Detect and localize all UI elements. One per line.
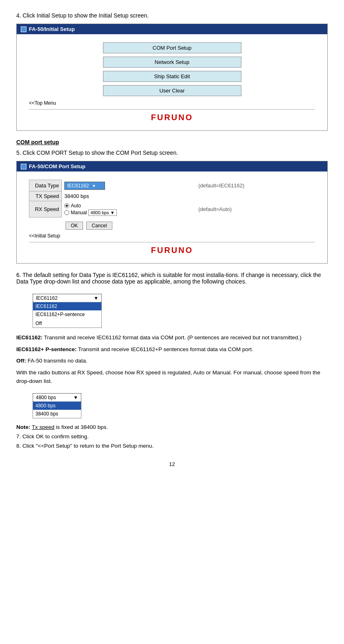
speed-dd-header: 4800 bps ▼	[33, 393, 81, 402]
iec61162-bold: IEC61162:	[16, 334, 43, 341]
user-clear-button[interactable]: User Clear	[103, 85, 241, 96]
iec61162p-text: Transmit and receive IEC61162+P sentence…	[78, 346, 253, 352]
rx-auto-option[interactable]: Auto	[64, 203, 193, 209]
step4-text: 4. Click Initial Setup to show the Initi…	[16, 12, 328, 19]
rx-speed-default: (default=Auto)	[196, 201, 315, 218]
com-port-setup-window: FA-50/COM Port Setup Data Type IEC61162 …	[16, 161, 328, 264]
data-type-label: Data Type	[29, 180, 62, 191]
network-setup-button[interactable]: Network Setup	[103, 57, 241, 68]
step5-text: 5. Click COM PORT Setup to show the COM …	[16, 149, 328, 156]
com-port-titlebar: FA-50/COM Port Setup	[17, 161, 327, 171]
data-type-value[interactable]: IEC61162 ▼	[62, 180, 196, 191]
dd-header: IEC61162 ▼	[33, 294, 101, 302]
ok-cancel-row: OK Cancel	[66, 222, 315, 230]
ok-button[interactable]: OK	[66, 222, 83, 230]
com-port-titlebar-icon	[21, 164, 26, 169]
initial-setup-title: FA-50/Initial Setup	[29, 26, 75, 32]
rx-auto-label: Auto	[71, 203, 81, 209]
speed-dropdown: 4800 bps ▼ 4800 bps 38400 bps	[33, 393, 81, 418]
iec61162-text: Transmit and receive IEC61162 format dat…	[44, 334, 302, 341]
tx-speed-value: 38400 bps	[62, 191, 196, 201]
data-type-row: Data Type IEC61162 ▼ (default=IEC61162)	[29, 180, 315, 191]
titlebar-icon	[21, 26, 26, 32]
ship-static-edit-button[interactable]: Ship Static Edit	[103, 71, 241, 82]
data-type-arrow: ▼	[92, 184, 96, 188]
speed-dd-arrow: ▼	[73, 395, 78, 400]
page-number: 12	[16, 461, 328, 467]
cancel-button[interactable]: Cancel	[86, 222, 112, 230]
furuno-logo-com-port: FURUNO	[29, 242, 315, 255]
rx-speed-description: With the radio buttons at RX Speed, choo…	[16, 369, 328, 386]
com-port-title: FA-50/COM Port Setup	[29, 163, 85, 169]
initial-setup-body: COM Port Setup Network Setup Ship Static…	[17, 34, 327, 130]
rx-speed-arrow: ▼	[110, 210, 115, 215]
tx-speed-underline: Tx speed	[32, 424, 55, 430]
dd-header-arrow: ▼	[94, 295, 99, 301]
furuno-logo-initial: FURUNO	[29, 109, 315, 122]
note-bold: Note:	[16, 424, 31, 430]
initial-setup-window: FA-50/Initial Setup COM Port Setup Netwo…	[16, 24, 328, 131]
rx-manual-speed-select[interactable]: 4800 bps ▼	[88, 209, 116, 216]
step7-text: 7. Click OK to confirm setting.	[16, 433, 328, 440]
rx-speed-radio-group: Auto Manual 4800 bps ▼	[64, 203, 193, 216]
data-type-default: (default=IEC61162)	[196, 180, 315, 191]
iec61162p-description: IEC61162+ P-sentence: Transmit and recei…	[16, 345, 328, 354]
initial-setup-titlebar: FA-50/Initial Setup	[17, 24, 327, 34]
note-rest: is fixed at 38400 bps.	[56, 424, 108, 430]
data-type-select[interactable]: IEC61162 ▼	[64, 182, 105, 190]
speed-dd-option-4800[interactable]: 4800 bps	[33, 402, 81, 410]
rx-speed-options: Auto Manual 4800 bps ▼	[62, 201, 196, 218]
com-port-section-heading: COM port setup	[16, 139, 328, 145]
top-menu-link[interactable]: <<Top Menu	[29, 100, 315, 106]
rx-manual-label: Manual	[71, 210, 87, 215]
rx-speed-row: RX Speed Auto Manual 4800 bps ▼	[29, 201, 315, 218]
data-type-dropdown: IEC61162 ▼ IEC61162 IEC61162+P-sentence …	[33, 294, 102, 328]
tx-speed-row: TX Speed 38400 bps	[29, 191, 315, 201]
iec61162-description: IEC61162: Transmit and receive IEC61162 …	[16, 334, 328, 342]
iec61162p-bold: IEC61162+ P-sentence:	[16, 346, 77, 352]
dd-option-iec61162[interactable]: IEC61162	[33, 302, 101, 310]
dd-option-off[interactable]: Off	[33, 319, 101, 327]
off-bold: Off:	[16, 358, 26, 364]
step8-text: 8. Click "<<Port Setup" to return to the…	[16, 443, 328, 449]
rx-auto-radio[interactable]	[64, 203, 69, 208]
step6-text: 6. The default setting for Data Type is …	[16, 272, 328, 285]
tx-speed-label: TX Speed	[29, 191, 62, 201]
rx-speed-label: RX Speed	[29, 201, 62, 218]
off-description: Off: FA-50 transmits no data.	[16, 357, 328, 365]
com-port-form: Data Type IEC61162 ▼ (default=IEC61162) …	[29, 180, 315, 218]
dd-option-iec61162p[interactable]: IEC61162+P-sentence	[33, 310, 101, 319]
speed-dd-option-38400[interactable]: 38400 bps	[33, 410, 81, 418]
note-text: Note: Tx speed is fixed at 38400 bps.	[16, 424, 328, 430]
com-port-setup-button[interactable]: COM Port Setup	[103, 42, 241, 53]
rx-manual-radio[interactable]	[64, 210, 69, 215]
rx-manual-option[interactable]: Manual 4800 bps ▼	[64, 209, 193, 216]
off-text: FA-50 transmits no data.	[28, 358, 88, 364]
com-port-body: Data Type IEC61162 ▼ (default=IEC61162) …	[17, 171, 327, 263]
initial-setup-link[interactable]: <<Initial Setup	[29, 233, 315, 239]
